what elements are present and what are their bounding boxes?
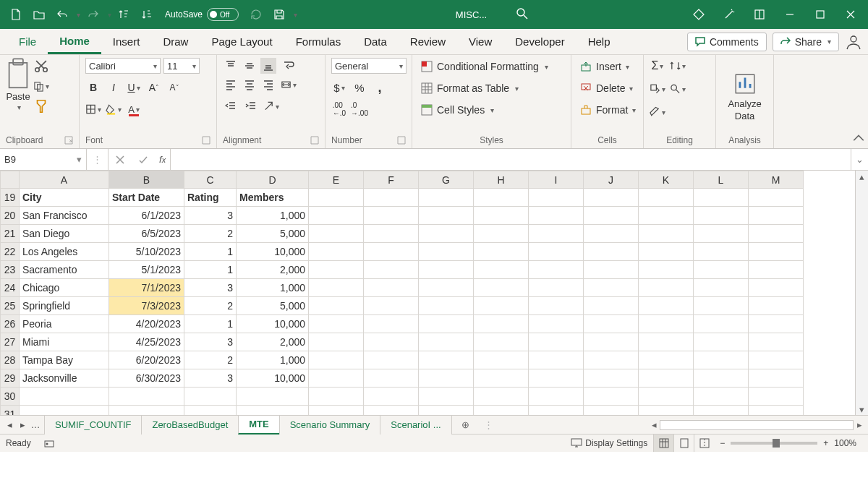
cell[interactable]: 1 xyxy=(184,243,237,261)
cell[interactable]: 2 xyxy=(184,351,237,369)
row-header[interactable]: 20 xyxy=(1,207,20,225)
app-switcher-icon[interactable] xyxy=(748,4,771,25)
new-file-icon[interactable] xyxy=(6,4,26,25)
cell[interactable] xyxy=(639,333,694,351)
accounting-format-icon[interactable]: $▾ xyxy=(331,80,347,95)
cell[interactable] xyxy=(109,406,184,416)
cell[interactable]: Rating xyxy=(184,189,237,207)
open-file-icon[interactable] xyxy=(29,4,49,25)
row-header[interactable]: 30 xyxy=(1,388,20,406)
cell[interactable] xyxy=(529,261,584,279)
cell[interactable]: 4/20/2023 xyxy=(109,315,184,333)
wrap-text-icon[interactable] xyxy=(281,58,297,74)
cell[interactable] xyxy=(364,406,419,416)
cell[interactable] xyxy=(639,315,694,333)
cell[interactable] xyxy=(639,297,694,315)
tab-insert[interactable]: Insert xyxy=(101,29,152,54)
cell[interactable]: Sacramento xyxy=(20,261,109,279)
collapse-ribbon-icon[interactable] xyxy=(852,132,865,145)
tab-file[interactable]: File xyxy=(7,29,48,54)
cell[interactable]: Jacksonville xyxy=(20,369,109,388)
cell[interactable] xyxy=(419,243,474,261)
cell[interactable] xyxy=(584,333,639,351)
italic-button[interactable]: I xyxy=(106,80,122,95)
column-header[interactable]: H xyxy=(474,171,529,189)
tab-draw[interactable]: Draw xyxy=(151,29,200,54)
cell[interactable] xyxy=(309,243,364,261)
column-header[interactable]: G xyxy=(419,171,474,189)
paste-button[interactable]: Paste ▾ xyxy=(6,58,30,111)
font-name-select[interactable]: Calibri▾ xyxy=(85,58,161,74)
format-cells-button[interactable]: Format▾ xyxy=(577,101,639,119)
cell[interactable]: 5/10/2023 xyxy=(109,243,184,261)
align-bottom-icon[interactable] xyxy=(260,58,276,74)
increase-indent-icon[interactable] xyxy=(243,98,259,114)
row-header[interactable]: 31 xyxy=(1,406,20,416)
borders-icon[interactable]: ▾ xyxy=(85,101,101,117)
conditional-formatting-button[interactable]: Conditional Formatting▾ xyxy=(418,58,551,75)
cell[interactable] xyxy=(584,279,639,297)
increase-decimal-icon[interactable]: .00←.0 xyxy=(331,101,347,117)
decrease-font-icon[interactable]: A˅ xyxy=(166,80,182,95)
cell[interactable] xyxy=(584,225,639,243)
row-header[interactable]: 19 xyxy=(1,189,20,207)
autosave-toggle[interactable]: AutoSave Off xyxy=(165,8,239,21)
number-format-select[interactable]: General▾ xyxy=(331,58,407,74)
cell[interactable]: Members xyxy=(237,189,309,207)
new-sheet-button[interactable]: ⊕ xyxy=(458,417,474,433)
cell[interactable] xyxy=(364,207,419,225)
refresh-icon[interactable] xyxy=(246,4,266,25)
cell[interactable]: 6/5/2023 xyxy=(109,225,184,243)
minimize-button[interactable] xyxy=(778,4,801,25)
column-header[interactable]: I xyxy=(529,171,584,189)
analyze-data-button[interactable]: Analyze Data xyxy=(728,71,761,121)
align-center-icon[interactable] xyxy=(242,77,258,93)
diamond-icon[interactable] xyxy=(687,4,710,25)
cell[interactable] xyxy=(749,225,804,243)
font-launcher-icon[interactable] xyxy=(202,136,210,145)
cell[interactable] xyxy=(419,369,474,388)
cell[interactable]: 5,000 xyxy=(237,225,309,243)
cell[interactable] xyxy=(309,297,364,315)
align-left-icon[interactable] xyxy=(223,77,239,93)
cell[interactable] xyxy=(474,315,529,333)
cell[interactable] xyxy=(694,388,749,406)
orientation-icon[interactable]: ▾ xyxy=(263,98,279,114)
cell[interactable]: 1,000 xyxy=(237,351,309,369)
undo-more-icon[interactable]: ▾ xyxy=(77,11,80,19)
cell[interactable] xyxy=(529,243,584,261)
cell[interactable] xyxy=(694,297,749,315)
insert-function-icon[interactable]: fx xyxy=(155,149,171,170)
cell[interactable] xyxy=(364,315,419,333)
decrease-indent-icon[interactable] xyxy=(223,98,239,114)
alignment-launcher-icon[interactable] xyxy=(310,136,319,145)
tab-view[interactable]: View xyxy=(457,29,503,54)
cell[interactable] xyxy=(639,225,694,243)
row-header[interactable]: 21 xyxy=(1,225,20,243)
cell[interactable] xyxy=(694,369,749,388)
align-top-icon[interactable] xyxy=(223,58,239,74)
page-layout-view-button[interactable] xyxy=(673,435,694,452)
row-header[interactable]: 24 xyxy=(1,279,20,297)
clear-icon[interactable]: ▾ xyxy=(650,104,665,120)
cell[interactable] xyxy=(309,351,364,369)
column-header[interactable]: C xyxy=(184,171,237,189)
cell[interactable] xyxy=(584,406,639,416)
autosum-icon[interactable]: Σ▾ xyxy=(650,58,665,74)
cell[interactable] xyxy=(529,388,584,406)
cell[interactable] xyxy=(694,333,749,351)
delete-cells-button[interactable]: Delete▾ xyxy=(577,80,636,97)
cell[interactable] xyxy=(364,297,419,315)
cell[interactable]: Chicago xyxy=(20,279,109,297)
cell[interactable] xyxy=(639,388,694,406)
cell[interactable] xyxy=(419,225,474,243)
sort-filter-icon[interactable]: ▾ xyxy=(670,58,686,74)
cell[interactable] xyxy=(364,243,419,261)
cell[interactable] xyxy=(364,333,419,351)
comments-button[interactable]: Comments xyxy=(687,33,767,51)
cell[interactable] xyxy=(474,297,529,315)
cell[interactable] xyxy=(639,351,694,369)
cell[interactable] xyxy=(639,207,694,225)
cell[interactable]: 2 xyxy=(184,225,237,243)
column-header[interactable]: E xyxy=(309,171,364,189)
